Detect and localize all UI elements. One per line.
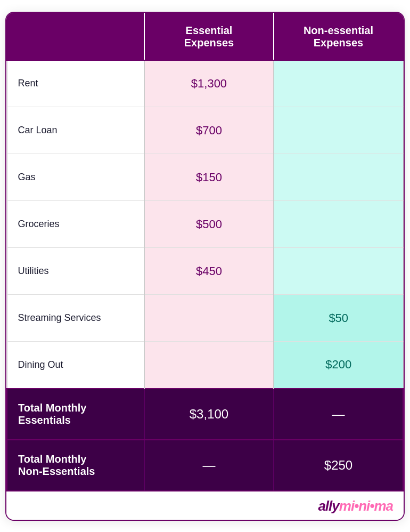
total-label: Total MonthlyNon-Essentials xyxy=(7,440,144,491)
essential-value xyxy=(144,295,274,342)
table-row: Dining Out$200 xyxy=(7,342,403,389)
total-nonessential-value: — xyxy=(274,389,403,440)
row-label: Streaming Services xyxy=(7,295,144,342)
logo-ally: ally xyxy=(318,498,339,514)
logo: allymi•ni•ma xyxy=(318,498,393,514)
total-essential-value: $3,100 xyxy=(144,389,274,440)
row-label: Utilities xyxy=(7,248,144,295)
essential-value: $450 xyxy=(144,248,274,295)
nonessential-value xyxy=(274,248,403,295)
table-row: Car Loan$700 xyxy=(7,107,403,154)
essential-value: $500 xyxy=(144,201,274,248)
logo-main: mi•ni•ma xyxy=(339,498,393,514)
nonessential-value xyxy=(274,154,403,201)
row-label: Groceries xyxy=(7,201,144,248)
row-label: Car Loan xyxy=(7,107,144,154)
nonessential-value xyxy=(274,60,403,107)
table-header-row: Essential Expenses Non-essential Expense… xyxy=(7,13,403,60)
table-row: Groceries$500 xyxy=(7,201,403,248)
header-essential-col: Essential Expenses xyxy=(144,13,274,60)
total-essential-value: — xyxy=(144,440,274,491)
total-row: Total MonthlyEssentials$3,100— xyxy=(7,389,403,440)
nonessential-value xyxy=(274,107,403,154)
header-nonessential-col: Non-essential Expenses xyxy=(274,13,403,60)
total-label: Total MonthlyEssentials xyxy=(7,389,144,440)
table-row: Rent$1,300 xyxy=(7,60,403,107)
header-label-col xyxy=(7,13,144,60)
essential-value: $700 xyxy=(144,107,274,154)
total-row: Total MonthlyNon-Essentials—$250 xyxy=(7,440,403,491)
nonessential-value: $50 xyxy=(274,295,403,342)
table-row: Utilities$450 xyxy=(7,248,403,295)
nonessential-value xyxy=(274,201,403,248)
essential-value xyxy=(144,342,274,389)
row-label: Dining Out xyxy=(7,342,144,389)
nonessential-value: $200 xyxy=(274,342,403,389)
essential-value: $150 xyxy=(144,154,274,201)
expense-table: Essential Expenses Non-essential Expense… xyxy=(6,13,404,491)
table-row: Streaming Services$50 xyxy=(7,295,403,342)
table-row: Gas$150 xyxy=(7,154,403,201)
row-label: Gas xyxy=(7,154,144,201)
logo-area: allymi•ni•ma xyxy=(6,491,404,520)
essential-value: $1,300 xyxy=(144,60,274,107)
row-label: Rent xyxy=(7,60,144,107)
total-nonessential-value: $250 xyxy=(274,440,403,491)
expense-table-container: Essential Expenses Non-essential Expense… xyxy=(5,12,405,521)
